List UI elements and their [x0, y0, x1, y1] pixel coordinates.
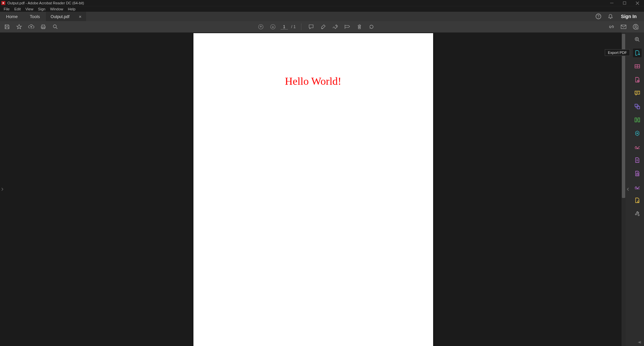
- right-tools-strip: Export PDF: [630, 32, 644, 346]
- organize-pages-icon[interactable]: [633, 116, 642, 124]
- minimize-button[interactable]: [608, 1, 615, 5]
- page-down-icon[interactable]: [269, 22, 277, 31]
- svg-point-6: [53, 25, 56, 28]
- edit-pdf-icon[interactable]: [633, 62, 642, 71]
- window-controls: [608, 1, 643, 5]
- more-tools-icon[interactable]: [633, 209, 642, 218]
- window-title: Output.pdf - Adobe Acrobat Reader DC (64…: [7, 1, 84, 5]
- stamp-tool-icon[interactable]: [343, 22, 352, 31]
- tab-close-button[interactable]: ×: [79, 14, 81, 19]
- pdf-page: Hello World!: [193, 33, 433, 346]
- scrollbar-thumb[interactable]: [622, 34, 625, 198]
- collapse-tools-icon[interactable]: [637, 341, 641, 344]
- tab-home-label: Home: [6, 14, 18, 19]
- rotate-icon[interactable]: [367, 22, 376, 31]
- highlight-icon[interactable]: [319, 22, 328, 31]
- stamp-icon[interactable]: +: [633, 196, 642, 205]
- tab-tools[interactable]: Tools: [24, 12, 46, 21]
- print-icon[interactable]: [39, 22, 48, 31]
- toolbar: / 1 +: [0, 21, 644, 32]
- svg-point-12: [635, 25, 637, 27]
- tab-document[interactable]: Output.pdf ×: [46, 12, 86, 21]
- tab-home[interactable]: Home: [0, 12, 24, 21]
- menu-edit[interactable]: Edit: [12, 7, 23, 11]
- maximize-button[interactable]: [621, 1, 628, 5]
- vertical-scrollbar[interactable]: [622, 32, 626, 346]
- svg-rect-33: [637, 174, 638, 175]
- page-up-icon[interactable]: [256, 22, 265, 31]
- svg-point-37: [638, 214, 639, 216]
- main-area: Hello World! Export PDF: [0, 32, 644, 346]
- tab-document-label: Output.pdf: [51, 14, 69, 19]
- menu-bar: File Edit View Sign Window Help: [0, 6, 644, 12]
- email-icon[interactable]: [619, 22, 628, 31]
- notifications-icon[interactable]: [607, 13, 614, 20]
- document-area[interactable]: Hello World!: [5, 32, 622, 346]
- svg-text:?: ?: [598, 15, 600, 18]
- protect-icon[interactable]: [633, 169, 642, 178]
- tools-pane-toggle[interactable]: [626, 32, 630, 346]
- menu-view[interactable]: View: [23, 7, 36, 11]
- app-icon: [1, 1, 5, 5]
- comment-tool-icon[interactable]: [307, 22, 315, 31]
- compress-pdf-icon[interactable]: [633, 129, 642, 138]
- tab-tools-label: Tools: [30, 14, 40, 19]
- svg-rect-28: [638, 118, 640, 122]
- combine-files-icon[interactable]: [633, 102, 642, 111]
- menu-file[interactable]: File: [1, 7, 12, 11]
- export-pdf-tooltip: Export PDF: [605, 49, 630, 56]
- svg-line-7: [56, 27, 57, 29]
- menu-sign[interactable]: Sign: [36, 7, 48, 11]
- fill-sign-icon[interactable]: [633, 142, 642, 151]
- link-share-icon[interactable]: [607, 22, 616, 31]
- draw-sign-icon[interactable]: [331, 22, 340, 31]
- upload-cloud-icon[interactable]: [27, 22, 36, 31]
- svg-rect-1: [623, 2, 626, 4]
- svg-rect-25: [635, 104, 637, 107]
- page-total-label: / 1: [291, 24, 296, 29]
- page-number-input[interactable]: [281, 24, 288, 29]
- sign-in-button[interactable]: Sign In: [619, 14, 639, 19]
- search-plus-icon[interactable]: [633, 35, 642, 44]
- svg-line-16: [638, 41, 639, 42]
- nav-pane-toggle[interactable]: [0, 32, 5, 346]
- export-pdf-icon[interactable]: [633, 49, 642, 57]
- svg-rect-26: [637, 107, 640, 109]
- menu-help[interactable]: Help: [66, 7, 78, 11]
- svg-text:+: +: [637, 27, 638, 29]
- close-window-button[interactable]: [634, 1, 641, 5]
- star-icon[interactable]: [15, 22, 23, 31]
- delete-icon[interactable]: [355, 22, 364, 31]
- document-text: Hello World!: [193, 33, 433, 87]
- sign-request-icon[interactable]: [633, 183, 642, 191]
- save-icon[interactable]: [3, 22, 11, 31]
- menu-window[interactable]: Window: [48, 7, 65, 11]
- title-bar: Output.pdf - Adobe Acrobat Reader DC (64…: [0, 0, 644, 6]
- create-pdf-icon[interactable]: [633, 75, 642, 84]
- account-icon[interactable]: +: [631, 22, 640, 31]
- convert-pdf-icon[interactable]: [633, 156, 642, 164]
- svg-rect-27: [635, 118, 637, 122]
- comment-icon[interactable]: [633, 89, 642, 97]
- find-icon[interactable]: [51, 22, 60, 31]
- help-icon[interactable]: ?: [595, 13, 602, 20]
- tab-bar: Home Tools Output.pdf × ? Sign In: [0, 12, 644, 21]
